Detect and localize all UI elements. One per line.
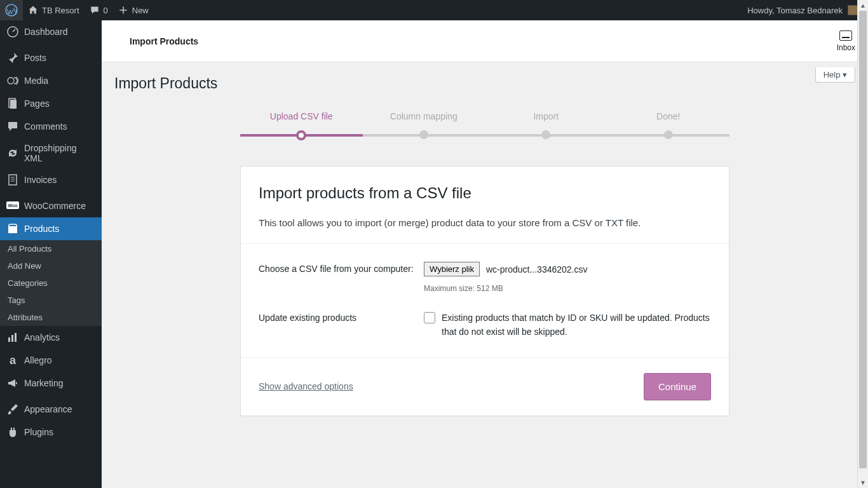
max-size-hint: Maximum size: 512 MB <box>424 284 711 293</box>
sidebar-item-marketing[interactable]: Marketing <box>0 372 102 395</box>
analytics-icon <box>6 331 19 344</box>
update-existing-label: Update existing products <box>259 311 424 339</box>
sidebar-item-media[interactable]: Media <box>0 69 102 92</box>
sidebar-label: Posts <box>24 53 46 63</box>
card-description: This tool allows you to import (or merge… <box>259 217 711 228</box>
submenu-attributes[interactable]: Attributes <box>0 309 102 326</box>
step-mapping: Column mapping <box>363 111 485 140</box>
update-existing-desc: Existing products that match by ID or SK… <box>442 311 711 339</box>
brush-icon <box>6 403 19 416</box>
sidebar-item-analytics[interactable]: Analytics <box>0 326 102 349</box>
pages-icon <box>6 97 19 110</box>
topbar: Import Products Inbox <box>102 20 868 62</box>
submenu-all-products[interactable]: All Products <box>0 240 102 257</box>
refresh-icon <box>6 147 19 159</box>
svg-rect-8 <box>8 226 17 233</box>
admin-sidebar: Dashboard Posts Media Pages Comments Dro… <box>0 20 102 488</box>
pin-icon <box>6 51 19 64</box>
show-advanced-link[interactable]: Show advanced options <box>259 381 353 391</box>
comments-count: 0 <box>104 6 108 15</box>
sidebar-label: Plugins <box>24 427 53 437</box>
site-name: TB Resort <box>42 6 79 15</box>
wp-logo[interactable] <box>0 0 23 20</box>
invoice-icon <box>6 173 19 186</box>
svg-text:Woo: Woo <box>8 203 17 208</box>
sidebar-item-dashboard[interactable]: Dashboard <box>0 20 102 43</box>
products-submenu: All Products Add New Categories Tags Att… <box>0 240 102 326</box>
sidebar-item-invoices[interactable]: Invoices <box>0 168 102 191</box>
sidebar-item-posts[interactable]: Posts <box>0 46 102 69</box>
new-link[interactable]: New <box>113 0 154 20</box>
continue-button[interactable]: Continue <box>644 373 711 400</box>
topbar-title: Import Products <box>114 36 198 46</box>
sidebar-item-dropshipping[interactable]: Dropshipping XML <box>0 138 102 168</box>
svg-rect-10 <box>11 335 13 342</box>
scroll-thumb[interactable] <box>859 11 867 468</box>
sidebar-item-woocommerce[interactable]: Woo WooCommerce <box>0 194 102 217</box>
step-upload: Upload CSV file <box>240 111 363 140</box>
sidebar-label: Allegro <box>24 355 52 365</box>
progress-steps: Upload CSV file Column mapping Import Do… <box>240 111 729 140</box>
sidebar-item-products[interactable]: Products <box>0 217 102 240</box>
scrollbar[interactable]: ▲ ▼ <box>857 0 868 488</box>
sidebar-label: Appearance <box>24 404 72 414</box>
inbox-button[interactable]: Inbox <box>837 30 855 52</box>
sidebar-item-plugins[interactable]: Plugins <box>0 421 102 444</box>
sidebar-label: Marketing <box>24 378 63 388</box>
choose-file-label: Choose a CSV file from your computer: <box>259 262 424 293</box>
products-icon <box>6 222 19 235</box>
megaphone-icon <box>6 377 19 390</box>
sidebar-label: Comments <box>24 121 67 132</box>
choose-file-button[interactable]: Wybierz plik <box>424 262 480 276</box>
site-name-link[interactable]: TB Resort <box>23 0 85 20</box>
sidebar-label: Products <box>24 224 59 234</box>
sidebar-item-allegro[interactable]: a Allegro <box>0 349 102 372</box>
submenu-add-new[interactable]: Add New <box>0 257 102 274</box>
submenu-categories[interactable]: Categories <box>0 274 102 292</box>
dashboard-icon <box>6 25 19 38</box>
inbox-icon <box>839 30 852 41</box>
avatar <box>848 5 858 15</box>
main-content: Import Products Inbox Help ▾ Import Prod… <box>102 20 868 488</box>
scroll-up-icon[interactable]: ▲ <box>858 0 868 11</box>
sidebar-label: Dashboard <box>24 27 68 37</box>
update-existing-checkbox[interactable] <box>424 312 435 323</box>
selected-file-name: wc-product...3346202.csv <box>486 264 588 274</box>
admin-bar-left: TB Resort 0 New <box>0 0 154 20</box>
sidebar-item-appearance[interactable]: Appearance <box>0 398 102 421</box>
page-title: Import Products <box>114 75 855 92</box>
sidebar-label: Pages <box>24 98 50 109</box>
comment-icon <box>90 5 100 15</box>
svg-rect-4 <box>10 100 17 109</box>
import-card: Import products from a CSV file This too… <box>240 166 729 416</box>
admin-bar: TB Resort 0 New Howdy, Tomasz Bednarek <box>0 0 868 20</box>
step-done: Done! <box>607 111 730 140</box>
media-icon <box>6 74 19 87</box>
scroll-down-icon[interactable]: ▼ <box>858 477 868 488</box>
howdy-text: Howdy, Tomasz Bednarek <box>747 6 843 15</box>
home-icon <box>28 5 38 15</box>
svg-rect-11 <box>15 333 17 342</box>
plugin-icon <box>6 426 19 438</box>
help-tab[interactable]: Help ▾ <box>815 67 855 83</box>
svg-rect-5 <box>9 175 17 185</box>
sidebar-label: Media <box>24 76 48 86</box>
allegro-icon: a <box>6 354 19 367</box>
submenu-tags[interactable]: Tags <box>0 292 102 309</box>
admin-bar-right[interactable]: Howdy, Tomasz Bednarek <box>747 5 863 15</box>
sidebar-label: Dropshipping XML <box>24 143 97 163</box>
new-label: New <box>132 6 149 15</box>
inbox-label: Inbox <box>837 43 855 52</box>
sidebar-label: WooCommerce <box>24 201 86 211</box>
svg-rect-9 <box>8 337 10 342</box>
sidebar-item-pages[interactable]: Pages <box>0 92 102 115</box>
sidebar-label: Analytics <box>24 332 60 342</box>
sidebar-label: Invoices <box>24 175 57 185</box>
sidebar-item-comments[interactable]: Comments <box>0 115 102 138</box>
comments-link[interactable]: 0 <box>85 0 113 20</box>
woo-icon: Woo <box>6 200 19 212</box>
plus-icon <box>118 5 128 15</box>
comment-icon <box>6 120 19 133</box>
card-title: Import products from a CSV file <box>259 184 711 202</box>
svg-point-2 <box>8 78 14 84</box>
